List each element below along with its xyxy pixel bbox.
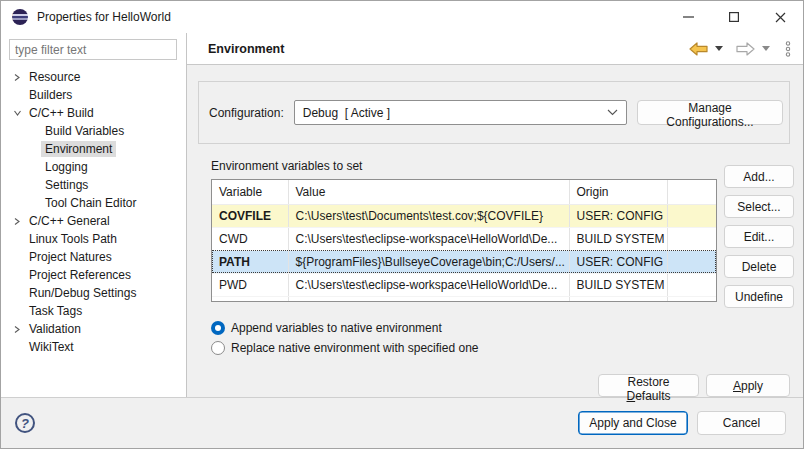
label-mnemonic: A — [733, 379, 741, 393]
sidebar-item-label: Project Natures — [25, 249, 116, 265]
view-menu-button[interactable] — [785, 41, 791, 57]
sidebar-item-linux-tools-path[interactable]: Linux Tools Path — [1, 230, 186, 248]
select-button[interactable]: Select... — [724, 195, 794, 218]
column-header-variable[interactable]: Variable — [212, 180, 288, 204]
back-history-dropdown-icon[interactable] — [715, 46, 723, 51]
cell-filler — [667, 204, 716, 227]
sidebar-item-ccpp-build[interactable]: C/C++ Build — [1, 104, 186, 122]
eclipse-logo-icon — [12, 9, 28, 25]
titlebar: Properties for HelloWorld — [1, 1, 803, 33]
chevron-right-icon[interactable] — [9, 73, 25, 82]
sidebar-item-label: Project References — [25, 267, 135, 283]
configuration-select[interactable]: Debug [ Active ] — [294, 100, 627, 125]
history-nav — [689, 41, 791, 57]
configuration-label: Configuration: — [209, 106, 284, 120]
variables-table: Variable Value Origin COVFILE — [211, 179, 717, 302]
sidebar-item-label: C/C++ Build — [25, 105, 98, 121]
sidebar-item-label: Run/Debug Settings — [25, 285, 140, 301]
properties-sidebar: Resource Builders C/C++ Build Build Vari… — [1, 33, 187, 397]
cell-variable: PWD — [212, 273, 288, 296]
label-part: pply — [741, 379, 763, 393]
maximize-icon — [729, 12, 739, 22]
table-row-path[interactable]: PATH ${ProgramFiles}\BullseyeCoverage\bi… — [212, 250, 716, 273]
sidebar-item-resource[interactable]: Resource — [1, 68, 186, 86]
forward-button[interactable] — [736, 42, 755, 56]
close-button[interactable] — [757, 1, 803, 33]
properties-dialog: Properties for HelloWorld Resource — [0, 0, 804, 449]
table-row-covfile[interactable]: COVFILE C:\Users\test\Documents\test.cov… — [212, 204, 716, 227]
sidebar-item-logging[interactable]: Logging — [1, 158, 186, 176]
sidebar-item-project-natures[interactable]: Project Natures — [1, 248, 186, 266]
minimize-icon — [683, 16, 694, 18]
undefine-button[interactable]: Undefine — [724, 285, 794, 308]
cell-filler — [212, 296, 288, 301]
sidebar-item-environment[interactable]: Environment — [1, 140, 186, 158]
page-title: Environment — [208, 42, 284, 56]
cancel-button[interactable]: Cancel — [697, 411, 786, 435]
forward-arrow-icon — [736, 42, 755, 56]
table-empty-area — [212, 296, 716, 301]
table-row-cwd[interactable]: CWD C:\Users\test\eclipse-workspace\Hell… — [212, 227, 716, 250]
restore-defaults-button[interactable]: Restore Defaults — [598, 374, 699, 397]
properties-tree: Resource Builders C/C++ Build Build Vari… — [1, 66, 186, 356]
back-arrow-icon — [689, 42, 708, 56]
table-row-pwd[interactable]: PWD C:\Users\test\eclipse-workspace\Hell… — [212, 273, 716, 296]
back-button[interactable] — [689, 42, 708, 56]
chevron-right-icon[interactable] — [9, 325, 25, 334]
filter-input[interactable] — [9, 39, 177, 60]
cell-filler — [569, 296, 667, 301]
sidebar-item-label: Logging — [41, 159, 92, 175]
variables-table-label: Environment variables to set — [211, 159, 717, 179]
sidebar-item-settings[interactable]: Settings — [1, 176, 186, 194]
sidebar-item-label: Tool Chain Editor — [41, 195, 140, 211]
cell-origin: BUILD SYSTEM — [569, 227, 667, 250]
configuration-group: Configuration: Debug [ Active ] Manage C… — [198, 81, 790, 144]
sidebar-item-build-variables[interactable]: Build Variables — [1, 122, 186, 140]
cell-value: C:\Users\test\eclipse-workspace\HelloWor… — [288, 273, 569, 296]
vertical-dots-icon — [785, 41, 791, 57]
cell-filler — [288, 296, 569, 301]
sidebar-item-project-references[interactable]: Project References — [1, 266, 186, 284]
column-header-origin[interactable]: Origin — [569, 180, 667, 204]
append-variables-radio[interactable]: Append variables to native environment — [211, 318, 792, 338]
chevron-right-icon[interactable] — [9, 217, 25, 226]
sidebar-item-label: Settings — [41, 177, 92, 193]
manage-configurations-button[interactable]: Manage Configurations... — [637, 100, 783, 125]
cell-variable: COVFILE — [212, 204, 288, 227]
sidebar-item-tool-chain-editor[interactable]: Tool Chain Editor — [1, 194, 186, 212]
maximize-button[interactable] — [711, 1, 757, 33]
dialog-footer: ? Apply and Close Cancel — [1, 397, 803, 448]
delete-button[interactable]: Delete — [724, 255, 794, 278]
edit-button[interactable]: Edit... — [724, 225, 794, 248]
variable-action-buttons: Add... Select... Edit... Delete Undefine — [724, 159, 796, 308]
help-button[interactable]: ? — [15, 413, 35, 433]
sidebar-item-label: Task Tags — [25, 303, 86, 319]
sidebar-item-label: WikiText — [25, 339, 78, 355]
minimize-button[interactable] — [665, 1, 711, 33]
sidebar-item-run-debug-settings[interactable]: Run/Debug Settings — [1, 284, 186, 302]
cell-value: ${ProgramFiles}\BullseyeCoverage\bin;C:/… — [288, 250, 569, 273]
column-header-value[interactable]: Value — [288, 180, 569, 204]
apply-and-close-button[interactable]: Apply and Close — [578, 411, 688, 435]
sidebar-item-ccpp-general[interactable]: C/C++ General — [1, 212, 186, 230]
chevron-down-icon[interactable] — [9, 109, 25, 117]
sidebar-item-validation[interactable]: Validation — [1, 320, 186, 338]
cell-filler — [667, 296, 716, 301]
variables-section: Environment variables to set Variable Va… — [211, 159, 792, 308]
forward-history-dropdown-icon[interactable] — [762, 46, 770, 51]
sidebar-item-label: Builders — [25, 87, 76, 103]
add-button[interactable]: Add... — [724, 165, 794, 188]
cell-filler — [667, 227, 716, 250]
replace-environment-label: Replace native environment with specifie… — [231, 341, 478, 355]
sidebar-item-label: Build Variables — [41, 123, 128, 139]
configuration-value: Debug [ Active ] — [303, 106, 390, 120]
sidebar-item-wikitext[interactable]: WikiText — [1, 338, 186, 356]
append-variables-label: Append variables to native environment — [231, 321, 442, 335]
replace-environment-radio[interactable]: Replace native environment with specifie… — [211, 338, 792, 358]
radio-selected-icon[interactable] — [211, 321, 225, 335]
sidebar-item-builders[interactable]: Builders — [1, 86, 186, 104]
sidebar-item-task-tags[interactable]: Task Tags — [1, 302, 186, 320]
radio-unselected-icon[interactable] — [211, 341, 225, 355]
apply-button[interactable]: Apply — [706, 374, 790, 397]
window-title: Properties for HelloWorld — [37, 10, 171, 24]
